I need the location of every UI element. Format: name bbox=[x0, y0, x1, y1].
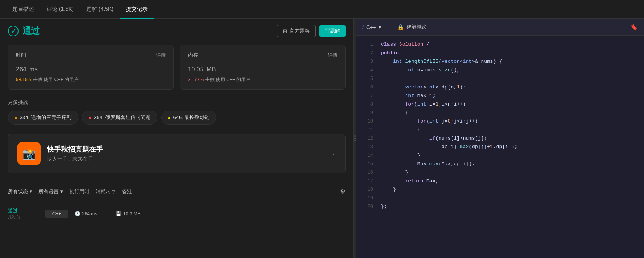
tab-submissions[interactable]: 提交记录 bbox=[120, 0, 154, 19]
table-row: 通过 几秒前 C++ 🕐 264 ms 💾 10.3 MB bbox=[8, 203, 346, 224]
memory-card: 内存 详情 10.05 MB 31.77% 击败 使用 C++ 的用户 bbox=[180, 45, 346, 90]
challenge-646[interactable]: ● 646. 最长数对链 bbox=[161, 111, 216, 125]
code-line-13: 13 dp[i]=max(dp[j]+1,dp[i]); bbox=[356, 143, 644, 151]
tab-bar: 题目描述 评论 (1.5K) 题解 (4.5K) 提交记录 bbox=[0, 0, 644, 19]
submission-exec-time: 🕐 264 ms bbox=[75, 211, 110, 216]
dot-icon-3: ● bbox=[168, 115, 171, 121]
code-line-12: 12 if(nums[i]>nums[j]) bbox=[356, 134, 644, 143]
code-line-19: 19 bbox=[356, 194, 644, 203]
status-passed: ✓ 通过 bbox=[8, 25, 40, 37]
code-line-3: 3 int lengthOfLIS(vector<int>& nums) { bbox=[356, 57, 644, 66]
language-selector[interactable]: i C++ ▾ bbox=[362, 24, 381, 30]
smart-mode-toggle[interactable]: 🔒 智能模式 bbox=[397, 24, 426, 31]
right-panel: i C++ ▾ 🔒 智能模式 🔖 1 class Solution { 2 pu… bbox=[356, 19, 644, 258]
code-line-7: 7 int Max=1; bbox=[356, 92, 644, 100]
code-line-11: 11 { bbox=[356, 126, 644, 134]
code-line-9: 9 { bbox=[356, 109, 644, 117]
ad-left: 📸 快手秋招真题在手 快人一手，未来在手 bbox=[17, 142, 103, 165]
lang-filter[interactable]: 所有语言 ▾ bbox=[38, 188, 63, 195]
dot-icon-1: ● bbox=[14, 115, 17, 121]
mem-column-label: 消耗内存 bbox=[96, 188, 116, 195]
stats-row: 时间 详情 264 ms 58.15% 击败 使用 C++ 的用户 内存 详情 bbox=[8, 45, 346, 90]
left-panel: ✓ 通过 ⊞ 官方题解 写题解 时间 详情 bbox=[0, 19, 354, 258]
challenge-354[interactable]: ● 354. 俄罗斯套娃信封问题 bbox=[82, 111, 157, 125]
submission-memory: 💾 10.3 MB bbox=[116, 211, 151, 216]
submission-status[interactable]: 通过 bbox=[8, 207, 39, 214]
challenge-334[interactable]: ● 334. 递增的三元子序列 bbox=[8, 111, 78, 125]
code-line-16: 16 } bbox=[356, 168, 644, 177]
code-line-17: 17 return Max; bbox=[356, 177, 644, 185]
code-line-8: 8 for(int i=1;i<n;i++) bbox=[356, 100, 644, 109]
lang-italic-icon: i bbox=[362, 24, 364, 30]
header-buttons: ⊞ 官方题解 写题解 bbox=[277, 25, 346, 37]
official-icon: ⊞ bbox=[283, 28, 287, 34]
time-beat: 58.15% 击败 使用 C++ 的用户 bbox=[16, 76, 166, 83]
chevron-down-icon-lang: ▾ bbox=[60, 189, 63, 194]
challenges-row: ● 334. 递增的三元子序列 ● 354. 俄罗斯套娃信封问题 ● 646. … bbox=[8, 111, 346, 125]
clock-icon: 🕐 bbox=[75, 211, 80, 216]
ad-title: 快手秋招真题在手 bbox=[47, 145, 103, 154]
chevron-down-icon: ▾ bbox=[30, 189, 32, 194]
code-line-5: 5 bbox=[356, 74, 644, 83]
code-line-6: 6 vector<int> dp(n,1); bbox=[356, 83, 644, 92]
code-line-10: 10 for(int j=0;j<i;j++) bbox=[356, 117, 644, 126]
ad-banner[interactable]: 📸 快手秋招真题在手 快人一手，未来在手 → bbox=[8, 134, 346, 173]
time-card: 时间 详情 264 ms 58.15% 击败 使用 C++ 的用户 bbox=[8, 45, 174, 90]
code-line-2: 2 public: bbox=[356, 49, 644, 57]
divider-dots bbox=[354, 135, 356, 141]
code-line-4: 4 int n=nums.size(); bbox=[356, 66, 644, 74]
ad-icon: 📸 bbox=[17, 142, 41, 165]
memory-icon: 💾 bbox=[116, 211, 122, 216]
status-header: ✓ 通过 ⊞ 官方题解 写题解 bbox=[8, 25, 346, 37]
note-column-label: 备注 bbox=[122, 188, 132, 195]
submission-lang: C++ bbox=[45, 210, 68, 218]
code-line-1: 1 class Solution { bbox=[356, 40, 644, 49]
submission-status-cell: 通过 几秒前 bbox=[8, 207, 39, 220]
submission-time-ago: 几秒前 bbox=[8, 214, 39, 220]
code-line-14: 14 } bbox=[356, 151, 644, 160]
tab-comments[interactable]: 评论 (1.5K) bbox=[40, 0, 80, 19]
memory-value: 10.05 MB bbox=[188, 62, 338, 74]
tab-solutions[interactable]: 题解 (4.5K) bbox=[80, 0, 120, 19]
dot-icon-2: ● bbox=[89, 115, 92, 121]
tab-description[interactable]: 题目描述 bbox=[6, 0, 40, 19]
lock-icon: 🔒 bbox=[397, 24, 404, 30]
time-label: 时间 详情 bbox=[16, 52, 166, 59]
code-line-15: 15 Max=max(Max,dp[i]); bbox=[356, 160, 644, 168]
memory-detail-link[interactable]: 详情 bbox=[328, 52, 337, 59]
ad-text: 快手秋招真题在手 快人一手，未来在手 bbox=[47, 145, 103, 163]
chevron-down-icon-lang-editor: ▾ bbox=[379, 24, 381, 30]
ad-subtitle: 快人一手，未来在手 bbox=[47, 156, 103, 163]
settings-gear-icon[interactable]: ⚙ bbox=[340, 188, 346, 195]
write-solution-button[interactable]: 写题解 bbox=[319, 25, 346, 37]
time-column-label: 执行用时 bbox=[69, 188, 89, 195]
submission-list: 通过 几秒前 C++ 🕐 264 ms 💾 10.3 MB bbox=[8, 203, 346, 224]
status-filter[interactable]: 所有状态 ▾ bbox=[8, 188, 32, 195]
code-line-20: 20 }; bbox=[356, 203, 644, 211]
main-layout: ✓ 通过 ⊞ 官方题解 写题解 时间 详情 bbox=[0, 19, 644, 258]
time-detail-link[interactable]: 详情 bbox=[156, 52, 166, 59]
official-solution-button[interactable]: ⊞ 官方题解 bbox=[277, 25, 316, 37]
check-icon: ✓ bbox=[8, 26, 19, 36]
memory-label: 内存 详情 bbox=[188, 52, 338, 59]
bookmark-icon[interactable]: 🔖 bbox=[630, 23, 638, 31]
code-line-18: 18 } bbox=[356, 185, 644, 194]
toolbar-divider bbox=[389, 23, 389, 31]
time-value: 264 ms bbox=[16, 62, 166, 74]
editor-toolbar: i C++ ▾ 🔒 智能模式 🔖 bbox=[356, 19, 644, 36]
memory-beat: 31.77% 击败 使用 C++ 的用户 bbox=[188, 76, 338, 83]
more-challenges-title: 更多挑战 bbox=[8, 99, 346, 106]
filter-bar: 所有状态 ▾ 所有语言 ▾ 执行用时 消耗内存 备注 ⚙ bbox=[8, 183, 346, 200]
ad-arrow: → bbox=[328, 149, 336, 158]
code-editor-area[interactable]: 1 class Solution { 2 public: 3 int lengt… bbox=[356, 36, 644, 258]
